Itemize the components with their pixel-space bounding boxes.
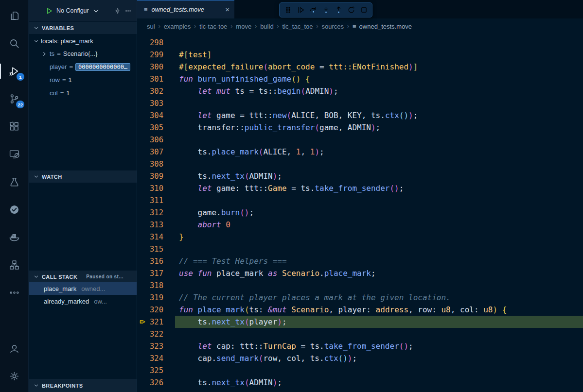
code-line[interactable]: 306 [137, 134, 583, 146]
line-number[interactable]: 311 [137, 196, 163, 205]
line-number[interactable]: 305 [137, 123, 163, 132]
activity-item-testing[interactable] [0, 168, 28, 196]
line-number[interactable]: 322 [137, 330, 163, 339]
code-line[interactable]: 324 cap.send_mark(row, col, ts.ctx()); [137, 352, 583, 364]
code-line[interactable]: 311 [137, 194, 583, 206]
code-line[interactable]: 305 transfer::public_transfer(game, ADMI… [137, 121, 583, 134]
code-line[interactable]: 301fun burn_unfinished_game() { [137, 73, 583, 85]
call-stack-frame[interactable]: place_markowned... [29, 282, 137, 295]
code-line[interactable]: 319// The current player places a mark a… [137, 291, 583, 304]
code-line[interactable]: 312 game.burn(); [137, 206, 583, 219]
line-number[interactable]: 309 [137, 172, 163, 181]
code-line[interactable]: 322 [137, 328, 583, 340]
breadcrumb-item[interactable]: sources [321, 23, 344, 30]
line-number[interactable]: 310 [137, 184, 163, 193]
line-number[interactable]: 312 [137, 208, 163, 217]
code-line[interactable]: 315 [137, 243, 583, 255]
watch-section-header[interactable]: WATCH [29, 170, 137, 183]
debug-stop-button[interactable] [358, 4, 370, 16]
line-number[interactable]: 324 [137, 354, 163, 363]
variable-row[interactable]: ts=Scenario{...} [29, 47, 137, 60]
breakpoints-section-header[interactable]: BREAKPOINTS [29, 379, 137, 392]
activity-item-checks[interactable] [0, 196, 28, 223]
code-line[interactable]: 308 [137, 158, 583, 170]
line-number[interactable]: 316 [137, 257, 163, 266]
line-number[interactable]: 307 [137, 148, 163, 156]
line-number[interactable]: 299 [137, 51, 163, 59]
line-number[interactable]: 325 [137, 366, 163, 375]
close-tab-icon[interactable]: × [225, 5, 230, 14]
line-number[interactable]: 300 [137, 63, 163, 71]
activity-item-run-debug[interactable]: 1 [0, 57, 28, 85]
line-number[interactable]: 323 [137, 342, 163, 351]
variables-section-header[interactable]: VARIABLES [29, 22, 137, 34]
code-line[interactable]: 323 let cap: ttt::TurnCap = ts.take_from… [137, 340, 583, 352]
debug-step-over-button[interactable] [307, 4, 319, 16]
breadcrumb-item[interactable]: move [236, 23, 251, 30]
breadcrumb-item[interactable]: tic_tac_toe [283, 23, 313, 30]
activity-item-hierarchy[interactable] [0, 251, 28, 279]
tab-owned-tests-move[interactable]: ≡ owned_tests.move × [137, 0, 234, 18]
breadcrumb-item[interactable]: examples [164, 23, 191, 30]
code-line[interactable]: 299#[test] [137, 49, 583, 61]
debug-restart-button[interactable] [345, 4, 357, 16]
code-line[interactable]: 320fun place_mark(ts: &mut Scenario, pla… [137, 304, 583, 316]
code-line[interactable]: 303 [137, 97, 583, 109]
call-stack-frame[interactable]: already_markedow... [29, 295, 137, 307]
code-line[interactable]: 318 [137, 279, 583, 291]
chevron-right-icon[interactable] [41, 51, 47, 57]
variable-row[interactable]: player=0000000000000… [29, 60, 137, 73]
variable-row[interactable]: col=1 [29, 86, 137, 100]
start-debugging-icon[interactable] [46, 7, 53, 15]
line-number[interactable]: 304 [137, 111, 163, 120]
code-line[interactable]: 317use fun place_mark as Scenario.place_… [137, 267, 583, 279]
variable-row[interactable]: row=1 [29, 73, 137, 86]
code-line[interactable]: 321 ts.next_tx(player); [137, 316, 583, 328]
line-number[interactable]: 314 [137, 233, 163, 241]
activity-item-settings[interactable] [0, 362, 28, 390]
line-number[interactable]: 303 [137, 99, 163, 108]
activity-item-accounts[interactable] [0, 335, 28, 362]
breadcrumb-file[interactable]: ≡owned_tests.move [353, 23, 412, 30]
line-number[interactable]: 318 [137, 281, 163, 290]
line-number[interactable]: 298 [137, 38, 163, 47]
chevron-down-icon[interactable] [92, 7, 100, 15]
line-number[interactable]: 313 [137, 221, 163, 229]
debug-config-dropdown[interactable]: No Configur [56, 7, 89, 14]
activity-item-source-control[interactable]: 22 [0, 85, 28, 113]
debug-settings-gear-icon[interactable] [114, 7, 121, 15]
debug-step-into-button[interactable] [320, 4, 332, 16]
code-line[interactable]: 304 let game = ttt::new(ALICE, BOB, KEY,… [137, 109, 583, 121]
breadcrumb-item[interactable]: sui [147, 23, 155, 30]
line-number[interactable]: 320 [137, 306, 163, 314]
code-line[interactable]: 313 abort 0 [137, 219, 583, 231]
line-number[interactable]: 306 [137, 136, 163, 144]
code-line[interactable]: 325 [137, 364, 583, 376]
activity-item-more[interactable] [0, 279, 28, 307]
variable-value[interactable]: 0000000000000… [75, 63, 130, 71]
code-line[interactable]: 326 ts.next_tx(ADMIN); [137, 376, 583, 389]
debug-continue-button[interactable] [295, 4, 306, 16]
line-number[interactable]: 317 [137, 269, 163, 278]
line-number[interactable]: 301 [137, 75, 163, 84]
activity-item-explorer[interactable] [0, 2, 28, 30]
code-editor[interactable]: 298299#[test]300#[expected_failure(abort… [137, 34, 583, 392]
code-line[interactable]: 302 let mut ts = ts::begin(ADMIN); [137, 85, 583, 97]
activity-item-extensions[interactable] [0, 113, 28, 140]
code-line[interactable]: 309 ts.next_tx(ADMIN); [137, 170, 583, 182]
code-line[interactable]: 307 ts.place_mark(ALICE, 1, 1); [137, 146, 583, 158]
activity-item-docker[interactable] [0, 223, 28, 251]
activity-item-search[interactable] [0, 30, 28, 57]
line-number[interactable]: 319 [137, 293, 163, 302]
code-line[interactable]: 316// === Test Helpers === [137, 255, 583, 267]
code-line[interactable]: 298 [137, 36, 583, 49]
breadcrumb-item[interactable]: build [260, 23, 273, 30]
code-line[interactable]: 314} [137, 231, 583, 243]
more-actions-icon[interactable] [124, 7, 132, 15]
variables-scope-row[interactable]: locals: place_mark [29, 34, 137, 47]
line-number[interactable]: 326 [137, 378, 163, 387]
code-line[interactable]: 300#[expected_failure(abort_code = ttt::… [137, 61, 583, 73]
line-number[interactable]: 315 [137, 245, 163, 254]
activity-item-remote-explorer[interactable] [0, 140, 28, 168]
line-number[interactable]: 302 [137, 87, 163, 96]
